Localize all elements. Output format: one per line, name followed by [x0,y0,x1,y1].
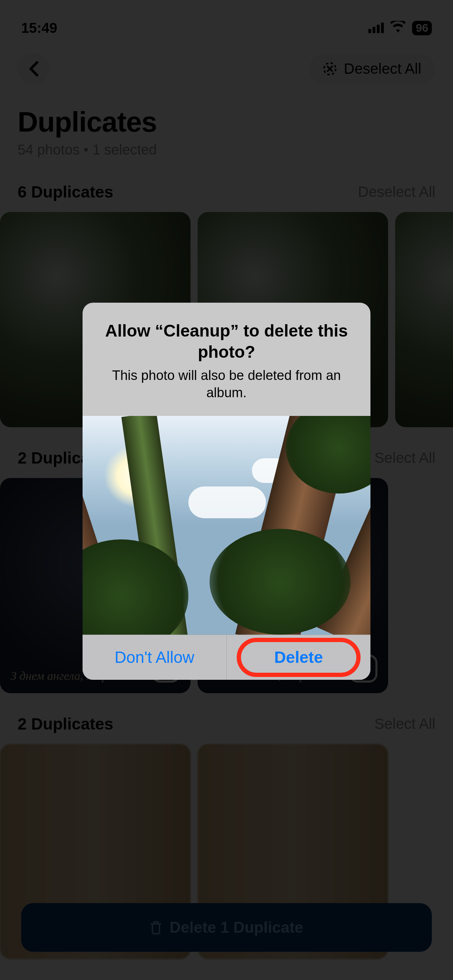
alert-photo-preview [83,416,370,635]
delete-label: Delete [274,648,323,667]
delete-button[interactable]: Delete [227,635,371,680]
alert-title: Allow “Cleanup” to delete this photo? [100,320,353,363]
alert-actions: Don't Allow Delete [83,635,370,680]
dont-allow-label: Don't Allow [114,648,194,667]
alert-message: This photo will also be deleted from an … [100,367,353,402]
alert-header: Allow “Cleanup” to delete this photo? Th… [83,303,370,416]
dont-allow-button[interactable]: Don't Allow [83,635,227,680]
permission-alert: Allow “Cleanup” to delete this photo? Th… [83,303,370,680]
